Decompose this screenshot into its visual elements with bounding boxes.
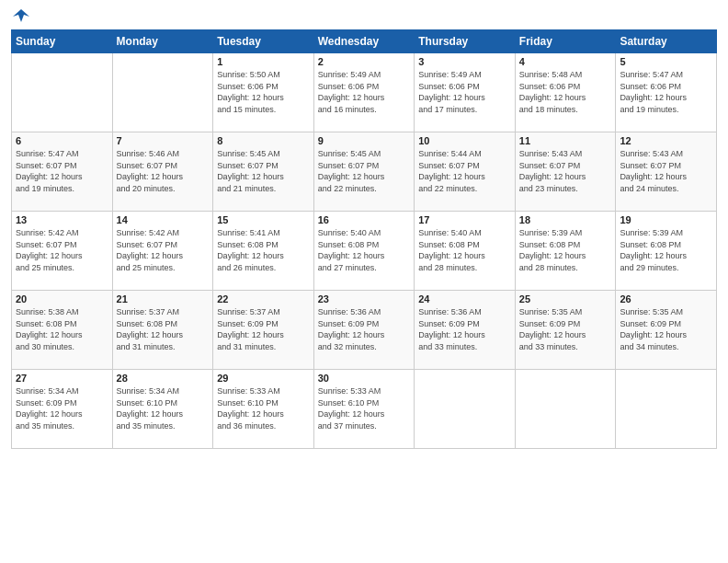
day-info: Sunrise: 5:48 AM Sunset: 6:06 PM Dayligh… [519,69,612,115]
calendar-cell [515,370,616,449]
calendar-cell: 4Sunrise: 5:48 AM Sunset: 6:06 PM Daylig… [515,53,616,132]
day-info: Sunrise: 5:46 AM Sunset: 6:07 PM Dayligh… [117,148,210,194]
calendar-cell: 12Sunrise: 5:43 AM Sunset: 6:07 PM Dayli… [616,132,717,212]
day-number: 27 [16,373,108,384]
day-info: Sunrise: 5:39 AM Sunset: 6:08 PM Dayligh… [620,227,712,273]
day-info: Sunrise: 5:38 AM Sunset: 6:08 PM Dayligh… [16,306,108,352]
calendar-cell: 9Sunrise: 5:45 AM Sunset: 6:07 PM Daylig… [313,132,415,212]
day-number: 28 [117,373,210,384]
day-number: 21 [117,293,210,304]
day-number: 9 [318,135,411,146]
header [11,9,717,22]
day-number: 4 [519,56,612,67]
day-info: Sunrise: 5:34 AM Sunset: 6:09 PM Dayligh… [16,385,108,431]
calendar-cell: 22Sunrise: 5:37 AM Sunset: 6:09 PM Dayli… [213,291,314,370]
day-info: Sunrise: 5:43 AM Sunset: 6:07 PM Dayligh… [620,148,712,194]
day-info: Sunrise: 5:43 AM Sunset: 6:07 PM Dayligh… [519,148,612,194]
day-number: 26 [620,293,712,304]
calendar-cell: 2Sunrise: 5:49 AM Sunset: 6:06 PM Daylig… [313,53,415,132]
calendar-cell: 21Sunrise: 5:37 AM Sunset: 6:08 PM Dayli… [112,291,213,370]
svg-marker-0 [13,9,29,22]
day-info: Sunrise: 5:41 AM Sunset: 6:08 PM Dayligh… [217,227,310,273]
day-number: 23 [318,293,411,304]
calendar-week-row: 6Sunrise: 5:47 AM Sunset: 6:07 PM Daylig… [12,132,717,212]
day-number: 30 [318,373,411,384]
calendar-table: SundayMondayTuesdayWednesdayThursdayFrid… [11,29,717,449]
calendar-cell: 6Sunrise: 5:47 AM Sunset: 6:07 PM Daylig… [12,132,113,212]
calendar-header-row: SundayMondayTuesdayWednesdayThursdayFrid… [12,30,717,53]
weekday-header: Monday [112,30,213,53]
calendar-cell: 13Sunrise: 5:42 AM Sunset: 6:07 PM Dayli… [12,212,113,291]
calendar-cell: 7Sunrise: 5:46 AM Sunset: 6:07 PM Daylig… [112,132,213,212]
day-info: Sunrise: 5:37 AM Sunset: 6:09 PM Dayligh… [217,306,310,352]
calendar-cell: 3Sunrise: 5:49 AM Sunset: 6:06 PM Daylig… [415,53,516,132]
day-info: Sunrise: 5:45 AM Sunset: 6:07 PM Dayligh… [318,148,411,194]
calendar-cell: 28Sunrise: 5:34 AM Sunset: 6:10 PM Dayli… [112,370,213,449]
calendar-cell: 16Sunrise: 5:40 AM Sunset: 6:08 PM Dayli… [313,212,415,291]
day-number: 1 [217,56,310,67]
calendar-cell: 5Sunrise: 5:47 AM Sunset: 6:06 PM Daylig… [616,53,717,132]
day-info: Sunrise: 5:40 AM Sunset: 6:08 PM Dayligh… [418,227,511,273]
day-number: 18 [519,214,612,225]
calendar-cell [616,370,717,449]
day-info: Sunrise: 5:33 AM Sunset: 6:10 PM Dayligh… [217,385,310,431]
calendar-cell [415,370,516,449]
day-number: 25 [519,293,612,304]
page: SundayMondayTuesdayWednesdayThursdayFrid… [0,0,728,563]
calendar-week-row: 13Sunrise: 5:42 AM Sunset: 6:07 PM Dayli… [12,212,717,291]
calendar-cell: 25Sunrise: 5:35 AM Sunset: 6:09 PM Dayli… [515,291,616,370]
calendar-week-row: 1Sunrise: 5:50 AM Sunset: 6:06 PM Daylig… [12,53,717,132]
day-number: 15 [217,214,310,225]
day-number: 20 [16,293,108,304]
day-number: 5 [620,56,712,67]
day-info: Sunrise: 5:49 AM Sunset: 6:06 PM Dayligh… [318,69,411,115]
day-number: 12 [620,135,712,146]
calendar-cell: 14Sunrise: 5:42 AM Sunset: 6:07 PM Dayli… [112,212,213,291]
day-info: Sunrise: 5:39 AM Sunset: 6:08 PM Dayligh… [519,227,612,273]
day-info: Sunrise: 5:36 AM Sunset: 6:09 PM Dayligh… [318,306,411,352]
weekday-header: Sunday [12,30,113,53]
weekday-header: Saturday [616,30,717,53]
day-info: Sunrise: 5:37 AM Sunset: 6:08 PM Dayligh… [117,306,210,352]
day-info: Sunrise: 5:50 AM Sunset: 6:06 PM Dayligh… [217,69,310,115]
calendar-cell: 15Sunrise: 5:41 AM Sunset: 6:08 PM Dayli… [213,212,314,291]
day-info: Sunrise: 5:35 AM Sunset: 6:09 PM Dayligh… [620,306,712,352]
calendar-cell: 10Sunrise: 5:44 AM Sunset: 6:07 PM Dayli… [415,132,516,212]
calendar-cell [112,53,213,132]
calendar-cell: 11Sunrise: 5:43 AM Sunset: 6:07 PM Dayli… [515,132,616,212]
weekday-header: Wednesday [313,30,415,53]
day-number: 13 [16,214,108,225]
calendar-cell: 29Sunrise: 5:33 AM Sunset: 6:10 PM Dayli… [213,370,314,449]
day-number: 11 [519,135,612,146]
calendar-cell: 19Sunrise: 5:39 AM Sunset: 6:08 PM Dayli… [616,212,717,291]
day-number: 24 [418,293,511,304]
calendar-cell: 23Sunrise: 5:36 AM Sunset: 6:09 PM Dayli… [313,291,415,370]
day-number: 14 [117,214,210,225]
calendar-cell: 17Sunrise: 5:40 AM Sunset: 6:08 PM Dayli… [415,212,516,291]
day-info: Sunrise: 5:45 AM Sunset: 6:07 PM Dayligh… [217,148,310,194]
calendar-cell: 26Sunrise: 5:35 AM Sunset: 6:09 PM Dayli… [616,291,717,370]
calendar-cell: 27Sunrise: 5:34 AM Sunset: 6:09 PM Dayli… [12,370,113,449]
calendar-cell: 24Sunrise: 5:36 AM Sunset: 6:09 PM Dayli… [415,291,516,370]
day-info: Sunrise: 5:42 AM Sunset: 6:07 PM Dayligh… [117,227,210,273]
weekday-header: Friday [515,30,616,53]
day-info: Sunrise: 5:47 AM Sunset: 6:06 PM Dayligh… [620,69,712,115]
day-info: Sunrise: 5:35 AM Sunset: 6:09 PM Dayligh… [519,306,612,352]
day-number: 2 [318,56,411,67]
day-number: 19 [620,214,712,225]
day-info: Sunrise: 5:34 AM Sunset: 6:10 PM Dayligh… [117,385,210,431]
day-number: 10 [418,135,511,146]
day-number: 3 [418,56,511,67]
calendar-cell: 1Sunrise: 5:50 AM Sunset: 6:06 PM Daylig… [213,53,314,132]
calendar-cell: 18Sunrise: 5:39 AM Sunset: 6:08 PM Dayli… [515,212,616,291]
weekday-header: Thursday [415,30,516,53]
day-info: Sunrise: 5:49 AM Sunset: 6:06 PM Dayligh… [418,69,511,115]
day-number: 17 [418,214,511,225]
day-number: 16 [318,214,411,225]
day-info: Sunrise: 5:40 AM Sunset: 6:08 PM Dayligh… [318,227,411,273]
calendar-cell [12,53,113,132]
day-info: Sunrise: 5:44 AM Sunset: 6:07 PM Dayligh… [418,148,511,194]
logo [11,9,29,22]
day-number: 6 [16,135,108,146]
day-info: Sunrise: 5:33 AM Sunset: 6:10 PM Dayligh… [318,385,411,431]
